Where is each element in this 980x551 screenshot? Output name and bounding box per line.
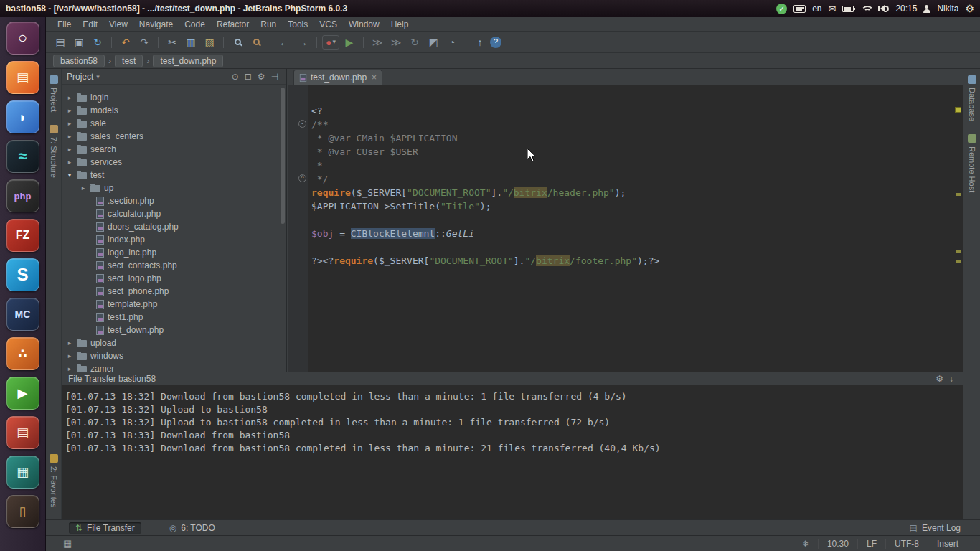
tree-item-sect_phone-php[interactable]: sect_phone.php — [62, 285, 281, 298]
tab-test_down-php[interactable]: test_down.php × — [293, 70, 382, 85]
toolwindow-button-todo[interactable]: ◎6: TODO — [163, 522, 222, 534]
tree-item-windows[interactable]: ▸windows — [62, 349, 281, 362]
tree-item-calculator-php[interactable]: calculator.php — [62, 207, 281, 220]
menu-refactor[interactable]: Refactor — [211, 17, 255, 31]
user-name[interactable]: Nikita — [937, 4, 958, 14]
tree-expand-arrow[interactable]: ▸ — [66, 120, 73, 127]
battery-icon[interactable] — [842, 6, 854, 12]
tree-expand-arrow[interactable]: ▸ — [66, 107, 73, 114]
step-into-icon[interactable]: ≫ — [387, 34, 405, 51]
phpstorm[interactable]: php — [6, 179, 39, 212]
code-editor[interactable]: -^ <?/** * @var CMain $APPLICATION * @va… — [288, 85, 963, 372]
mail-icon[interactable]: ✉ — [828, 4, 836, 14]
copy-icon[interactable]: ▥ — [182, 34, 199, 51]
project-panel-title[interactable]: Project — [67, 72, 93, 82]
find-icon[interactable] — [229, 34, 246, 51]
toolwindow-button-event-log[interactable]: ▤ Event Log — [903, 522, 967, 534]
media-player[interactable]: ▶ — [6, 377, 39, 410]
session-gear-icon[interactable]: ⚙ — [965, 4, 974, 14]
back-icon[interactable]: ← — [275, 34, 293, 51]
fold-end-icon[interactable]: ^ — [298, 174, 306, 182]
tree-item-sales_centers[interactable]: ▸sales_centers — [62, 130, 281, 143]
stripe-mark[interactable] — [956, 250, 961, 253]
tree-expand-arrow[interactable]: ▸ — [66, 352, 73, 359]
tree-item-test_down-php[interactable]: test_down.php — [62, 324, 281, 336]
tree-expand-arrow[interactable]: ▸ — [66, 146, 73, 153]
tree-item-sale[interactable]: ▸sale — [62, 117, 281, 130]
tree-item-test1-php[interactable]: test1.php — [62, 311, 281, 324]
file-manager[interactable]: ▤ — [6, 61, 39, 94]
tree-item--section-php[interactable]: .section.php — [62, 194, 281, 207]
browser[interactable]: ◗ — [6, 100, 39, 133]
coverage-icon[interactable]: ◩ — [425, 34, 442, 51]
filezilla[interactable]: FZ — [6, 219, 39, 252]
toolwindow-project[interactable]: Project — [50, 69, 58, 118]
workspace-stack[interactable]: ▦ — [6, 456, 39, 489]
hector-icon[interactable]: ❄ — [793, 539, 818, 549]
forward-icon[interactable]: → — [294, 34, 311, 51]
tree-item-sect_logo-php[interactable]: sect_logo.php — [62, 272, 281, 285]
tree-expand-arrow[interactable]: ▸ — [66, 339, 73, 347]
fold-minus-icon[interactable]: - — [298, 120, 306, 128]
clock[interactable]: 20:15 — [895, 4, 917, 14]
tree-item-up[interactable]: ▸up — [62, 182, 281, 194]
tree-item-index-php[interactable]: index.php — [62, 233, 281, 246]
stripe-mark[interactable] — [956, 260, 961, 263]
midnight-commander[interactable]: MC — [6, 298, 39, 331]
menu-vcs[interactable]: VCS — [314, 17, 343, 31]
insert-mode[interactable]: Insert — [928, 539, 967, 549]
caret-position[interactable]: 10:30 — [818, 539, 857, 549]
menu-file[interactable]: File — [52, 17, 77, 31]
user-icon[interactable] — [923, 5, 930, 13]
line-separator[interactable]: LF — [857, 539, 885, 549]
menu-view[interactable]: View — [103, 17, 133, 31]
step-over-icon[interactable]: ≫ — [369, 34, 386, 51]
menu-help[interactable]: Help — [385, 17, 415, 31]
hide-panel-icon[interactable]: ⊣ — [268, 72, 281, 82]
messaging-status-icon[interactable]: ✓ — [776, 4, 787, 14]
tree-item-search[interactable]: ▸search — [62, 143, 281, 156]
tree-item-sect_contacts-php[interactable]: sect_contacts.php — [62, 259, 281, 272]
help-icon[interactable]: ? — [490, 37, 501, 48]
undo-icon[interactable]: ↶ — [117, 34, 134, 51]
menu-run[interactable]: Run — [255, 17, 282, 31]
red-stack-app[interactable]: ▤ — [6, 416, 39, 449]
redo-icon[interactable]: ↷ — [136, 34, 153, 51]
tree-expand-arrow[interactable]: ▸ — [66, 133, 73, 140]
run-icon[interactable]: ▶ — [341, 34, 358, 51]
menu-edit[interactable]: Edit — [77, 17, 103, 31]
paste-icon[interactable]: ▨ — [201, 34, 218, 51]
menu-code[interactable]: Code — [179, 17, 211, 31]
stripe-mark[interactable] — [956, 193, 961, 196]
scroll-to-end-icon[interactable]: ↓ — [946, 374, 956, 384]
tree-item-models[interactable]: ▸models — [62, 104, 281, 117]
breadcrumb-item[interactable]: test_down.php — [153, 55, 223, 67]
toolwindow-database[interactable]: Database — [968, 69, 976, 128]
tree-expand-arrow[interactable]: ▸ — [66, 159, 73, 166]
trash[interactable]: ▯ — [6, 495, 39, 528]
settings-icon[interactable]: ⚙ — [933, 374, 946, 384]
keyboard-layout[interactable]: en — [812, 4, 821, 14]
tree-item-upload[interactable]: ▸upload — [62, 336, 281, 349]
file-transfer-console[interactable]: [01.07.13 18:32] Download from bastion58… — [62, 386, 963, 519]
menu-tools[interactable]: Tools — [282, 17, 314, 31]
encoding[interactable]: UTF-8 — [885, 539, 928, 549]
tree-expand-arrow[interactable]: ▸ — [66, 365, 73, 372]
scrollbar-thumb[interactable] — [281, 88, 285, 224]
tree-expand-arrow[interactable]: ▾ — [66, 171, 73, 179]
tree-item-services[interactable]: ▸services — [62, 156, 281, 169]
tree-item-login[interactable]: ▸login — [62, 91, 281, 104]
settings-icon[interactable]: ⚙ — [255, 72, 268, 82]
messenger-wave[interactable]: ≈ — [6, 140, 39, 173]
replace-icon[interactable] — [248, 34, 265, 51]
synchronize-icon[interactable]: ↻ — [89, 34, 106, 51]
volume-icon[interactable] — [878, 5, 889, 12]
toolwindow-button-file-transfer[interactable]: ⇅File Transfer — [69, 522, 141, 534]
keyboard-icon[interactable] — [793, 5, 806, 13]
toolwindow-remote-host[interactable]: Remote Host — [968, 128, 976, 199]
menu-navigate[interactable]: Navigate — [133, 17, 179, 31]
close-icon[interactable]: × — [370, 72, 377, 83]
locate-icon[interactable]: ⊙ — [229, 72, 242, 82]
tree-expand-arrow[interactable]: ▸ — [66, 94, 73, 101]
profiler-icon[interactable]: ◔ — [443, 34, 461, 51]
